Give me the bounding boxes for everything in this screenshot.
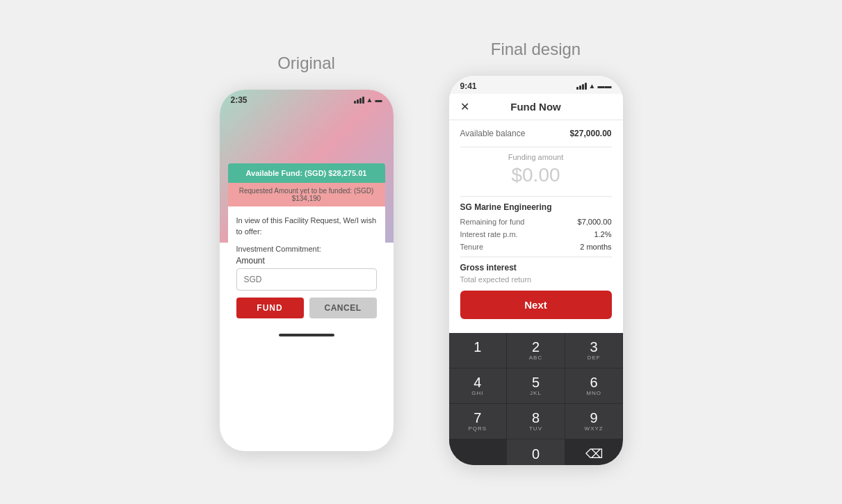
amount-label: Amount — [236, 256, 377, 266]
total-expected-return-label: Total expected return — [460, 275, 612, 284]
close-icon[interactable]: ✕ — [460, 100, 469, 113]
numpad-key-9[interactable]: 9 WXYZ — [565, 404, 623, 439]
signal-bar-4 — [585, 83, 587, 90]
backspace-icon: ⌫ — [585, 446, 603, 462]
final-title: Final design — [491, 40, 581, 59]
numpad-key-0[interactable]: 0 — [507, 439, 565, 465]
funding-amount-section: Funding amount $0.00 — [460, 153, 612, 186]
key-num-8: 8 — [532, 411, 540, 425]
funding-amount-label: Funding amount — [460, 153, 612, 161]
interest-rate-label: Interest rate p.m. — [460, 230, 518, 238]
cancel-button[interactable]: CANCEL — [309, 298, 377, 318]
key-num-4: 4 — [473, 375, 481, 389]
signal-bar-4 — [362, 97, 364, 104]
final-header: ✕ Fund Now — [449, 94, 623, 120]
numpad-key-1[interactable]: 1 — [449, 333, 507, 368]
fund-now-title: Fund Now — [510, 101, 560, 113]
final-time: 9:41 — [460, 81, 477, 91]
numpad-key-3[interactable]: 3 DEF — [565, 333, 623, 368]
tenure-value: 2 months — [580, 243, 611, 251]
final-body: Available balance $27,000.00 Funding amo… — [449, 120, 623, 333]
next-button[interactable]: Next — [460, 291, 612, 319]
funding-amount-value: $0.00 — [460, 164, 612, 186]
available-fund-bar: Available Fund: (SGD) $28,275.01 — [228, 163, 385, 183]
fund-button[interactable]: FUND — [236, 298, 304, 318]
numpad-backspace[interactable]: ⌫ — [565, 439, 623, 465]
signal-bar-1 — [576, 87, 578, 90]
original-status-icons: ▲ ▬ — [354, 96, 382, 104]
signal-bar-3 — [582, 84, 584, 90]
key-num-2: 2 — [532, 340, 540, 354]
numpad-key-6[interactable]: 6 MNO — [565, 368, 623, 403]
gross-interest-label: Gross interest — [460, 263, 612, 273]
original-section: Original 2:35 ▲ ▬ Available Fund: (SGD) … — [220, 54, 394, 451]
numpad-key-4[interactable]: 4 GHI — [449, 368, 507, 403]
key-num-1: 1 — [473, 340, 481, 354]
original-status-bar: 2:35 ▲ ▬ — [220, 90, 394, 108]
original-phone: 2:35 ▲ ▬ Available Fund: (SGD) $28,275.0… — [220, 90, 394, 451]
key-num-0: 0 — [532, 447, 540, 461]
remaining-label: Remaining for fund — [460, 218, 525, 226]
final-battery-icon: ▬▬ — [598, 82, 612, 90]
original-main-content: Available Fund: (SGD) $28,275.01 Request… — [220, 163, 394, 327]
numpad-key-8[interactable]: 8 TUV — [507, 404, 565, 439]
amount-input[interactable] — [236, 268, 377, 291]
original-title: Original — [277, 54, 335, 73]
numpad-key-empty — [449, 439, 507, 465]
remaining-fund-row: Remaining for fund $7,000.00 — [460, 218, 612, 226]
wifi-icon: ▲ — [366, 96, 373, 104]
final-status-icons: ▲ ▬▬ — [576, 82, 612, 90]
final-status-bar: 9:41 ▲ ▬▬ — [449, 76, 623, 94]
action-buttons: FUND CANCEL — [236, 298, 377, 318]
numpad-key-7[interactable]: 7 PQRS — [449, 404, 507, 439]
requested-amount-bar: Requested Amount yet to be funded: (SGD)… — [228, 183, 385, 206]
signal-bar-2 — [357, 99, 359, 104]
available-balance-value: $27,000.00 — [569, 129, 611, 138]
final-section: Final design 9:41 ▲ ▬▬ ✕ Fund Now Availa… — [449, 40, 623, 465]
final-signal-icon — [576, 83, 587, 90]
signal-icon — [354, 97, 364, 104]
divider-1 — [460, 147, 612, 147]
tenure-label: Tenure — [460, 243, 484, 251]
original-card-body: In view of this Facility Request, We/I w… — [228, 206, 385, 327]
divider-3 — [460, 257, 612, 257]
description-text: In view of this Facility Request, We/I w… — [236, 215, 377, 238]
available-balance-label: Available balance — [460, 129, 526, 138]
tenure-row: Tenure 2 months — [460, 243, 612, 251]
company-name: SG Marine Engineering — [460, 202, 612, 212]
available-balance-row: Available balance $27,000.00 — [460, 129, 612, 138]
key-num-6: 6 — [590, 375, 598, 389]
divider-2 — [460, 196, 612, 197]
final-phone: 9:41 ▲ ▬▬ ✕ Fund Now Available balance $… — [449, 76, 623, 465]
signal-bar-3 — [359, 98, 362, 104]
numpad-key-2[interactable]: 2 ABC — [507, 333, 565, 368]
interest-rate-value: 1.2% — [594, 230, 611, 238]
numpad-key-5[interactable]: 5 JKL — [507, 368, 565, 403]
original-time: 2:35 — [231, 95, 248, 105]
signal-bar-2 — [579, 86, 581, 90]
battery-icon: ▬ — [375, 96, 382, 104]
key-num-5: 5 — [532, 375, 540, 389]
key-num-7: 7 — [473, 411, 481, 425]
home-indicator — [279, 334, 334, 336]
signal-bar-1 — [354, 101, 356, 104]
investment-label: Investment Commitment: — [236, 243, 377, 255]
key-num-3: 3 — [590, 340, 598, 354]
interest-rate-row: Interest rate p.m. 1.2% — [460, 230, 612, 238]
remaining-value: $7,000.00 — [578, 218, 612, 226]
numpad: 1 2 ABC 3 DEF 4 GHI 5 JKL 6 MNO — [449, 333, 623, 465]
key-num-9: 9 — [590, 411, 598, 425]
final-wifi-icon: ▲ — [589, 82, 596, 90]
